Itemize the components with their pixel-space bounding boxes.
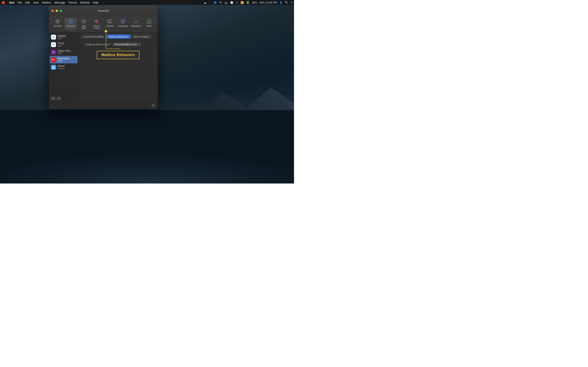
tab-mailbox-behaviors[interactable]: Mailbox Behaviors: [107, 34, 130, 39]
desktop: 🍎 Mail File Edit View Mailbox Message Fo…: [0, 0, 294, 184]
account-tpcs[interactable]: G TPCS IMAP: [49, 41, 78, 48]
menubar-help[interactable]: Help: [93, 1, 98, 4]
dropbox-icon: ···: [209, 1, 211, 4]
account-type-yahoo: IMAP: [58, 52, 72, 55]
apple-menu[interactable]: 🍎: [2, 1, 5, 4]
junk-mail-icon: [81, 18, 86, 24]
sidebar-footer: + −: [49, 95, 78, 102]
toolbar-viewing[interactable]: Viewing: [104, 18, 116, 30]
airplay-icon: 📺: [224, 1, 228, 4]
menubar-left: 🍎 Mail File Edit View Mailbox Message Fo…: [2, 1, 98, 4]
account-name-aol: lifewiretest...: [58, 57, 71, 60]
outgoing-mail-label: Outgoing Mail Account:: [82, 43, 111, 46]
toolbar-accounts[interactable]: @ Accounts: [65, 18, 77, 30]
toolbar-composing-label: Composing: [118, 25, 128, 27]
composing-icon: [120, 18, 126, 24]
bluetooth-icon: ⬡: [236, 1, 238, 4]
account-name-icloud: iCloud: [58, 65, 65, 67]
toolbar-rules[interactable]: Rules: [143, 18, 155, 30]
window-title: Accounts: [98, 9, 109, 12]
help-button[interactable]: ?: [151, 104, 155, 108]
general-icon: [55, 18, 61, 24]
toolbar-junk[interactable]: Junk Mail: [78, 18, 90, 30]
control-center-icon[interactable]: ≡: [291, 1, 292, 4]
account-type-tpcs: IMAP: [58, 45, 64, 47]
annotation-box: Mailbox Behaviors: [97, 51, 139, 59]
account-lifewire[interactable]: G Lifewire IMAP: [49, 33, 78, 41]
content-area: Outgoing Mail Account: lifewiretest@aol.…: [79, 39, 158, 102]
background-cliff-right: [176, 83, 294, 184]
menubar-edit[interactable]: Edit: [25, 1, 30, 4]
traffic-lights: [52, 9, 62, 12]
window-body: G Lifewire IMAP G TPCS IMAP: [49, 33, 158, 102]
yahoo-icon: Y!: [51, 50, 56, 55]
account-name-tpcs: TPCS: [58, 42, 64, 45]
google-icon-lifewire: G: [51, 35, 56, 40]
accounts-list: G Lifewire IMAP G TPCS IMAP: [49, 33, 78, 95]
menubar-right: ☁ ··· 🔵 👁 📺 🕐 ⬡ 📶 🔋 28% Mon 12:36 PM 👤 🔍…: [204, 1, 292, 4]
outgoing-mail-select[interactable]: lifewiretest@aol.com None: [112, 42, 141, 47]
account-aol[interactable]: Aol. lifewiretest... IMAP: [50, 56, 78, 63]
account-name-lifewire: Lifewire: [58, 34, 66, 37]
toolbar-signatures[interactable]: Signatures: [130, 18, 142, 30]
svg-point-1: [57, 21, 58, 22]
toolbar-fonts-label: Fonts & Colors: [93, 25, 101, 29]
fonts-colors-icon: [94, 18, 100, 24]
annotation-area: Mailbox Behaviors: [82, 51, 154, 59]
account-yahoo[interactable]: Y! Yahoo Prim... IMAP: [49, 48, 78, 56]
account-type-icloud: Inactive: [58, 67, 65, 70]
svg-point-13: [96, 22, 97, 23]
account-name-yahoo: Yahoo Prim...: [58, 50, 72, 52]
google-icon-tpcs: G: [51, 42, 56, 47]
menubar-view[interactable]: View: [33, 1, 39, 4]
account-icloud[interactable]: ☁ iCloud Inactive: [49, 63, 78, 71]
toolbar-viewing-label: Viewing: [106, 25, 113, 27]
close-button[interactable]: [52, 9, 54, 12]
window-footer: ?: [49, 102, 158, 109]
toolbar-general-label: General: [54, 25, 61, 27]
eyecandy-icon: 👁: [219, 1, 222, 4]
svg-rect-17: [108, 20, 110, 22]
menubar: 🍎 Mail File Edit View Mailbox Message Fo…: [0, 0, 294, 5]
svg-point-12: [97, 20, 98, 22]
menubar-format[interactable]: Format: [68, 1, 77, 4]
toolbar-composing[interactable]: Composing: [117, 18, 129, 30]
maximize-button[interactable]: [60, 9, 62, 12]
toolbar-general[interactable]: General: [52, 18, 64, 30]
menubar-file[interactable]: File: [17, 1, 22, 4]
svg-point-11: [95, 20, 96, 22]
battery-display-icon: 🔋: [246, 1, 250, 4]
dropbox2-icon: 🔵: [214, 1, 217, 4]
minimize-button[interactable]: [56, 9, 58, 12]
accounts-window: Accounts General: [49, 6, 158, 109]
main-content: Account Information Mailbox Behaviors Se…: [79, 33, 158, 102]
toolbar-fonts[interactable]: Fonts & Colors: [91, 18, 103, 30]
search-icon[interactable]: 🔍: [285, 1, 288, 4]
outgoing-mail-row: Outgoing Mail Account: lifewiretest@aol.…: [82, 42, 154, 47]
svg-text:@: @: [69, 20, 72, 23]
user-icon: 👤: [279, 1, 283, 4]
clock: Mon 12:36 PM: [260, 1, 277, 4]
background-cliff-center: [88, 119, 206, 184]
sidebar: G Lifewire IMAP G TPCS IMAP: [49, 33, 79, 102]
accounts-icon: @: [68, 18, 73, 24]
toolbar-junk-label: Junk Mail: [80, 25, 88, 29]
menubar-message[interactable]: Message: [54, 1, 65, 4]
menubar-window[interactable]: Window: [80, 1, 89, 4]
tab-server-settings[interactable]: Server Settings: [131, 34, 151, 39]
remove-account-button[interactable]: −: [56, 96, 61, 100]
icloud-icon: ☁: [204, 1, 207, 4]
tab-bar: Account Information Mailbox Behaviors Se…: [79, 33, 158, 39]
titlebar: Accounts: [49, 6, 158, 16]
timemachine-icon: 🕐: [230, 1, 233, 4]
aol-icon: Aol.: [51, 57, 56, 62]
signatures-icon: [133, 18, 139, 24]
menubar-mail[interactable]: Mail: [9, 1, 14, 4]
icloud-account-icon: ☁: [51, 65, 56, 70]
tab-account-information[interactable]: Account Information: [81, 34, 106, 39]
add-account-button[interactable]: +: [51, 96, 56, 100]
menubar-mailbox[interactable]: Mailbox: [42, 1, 51, 4]
outgoing-mail-select-wrapper: lifewiretest@aol.com None: [112, 42, 154, 47]
battery-percent: 28%: [252, 1, 257, 4]
viewing-icon: [107, 18, 113, 24]
